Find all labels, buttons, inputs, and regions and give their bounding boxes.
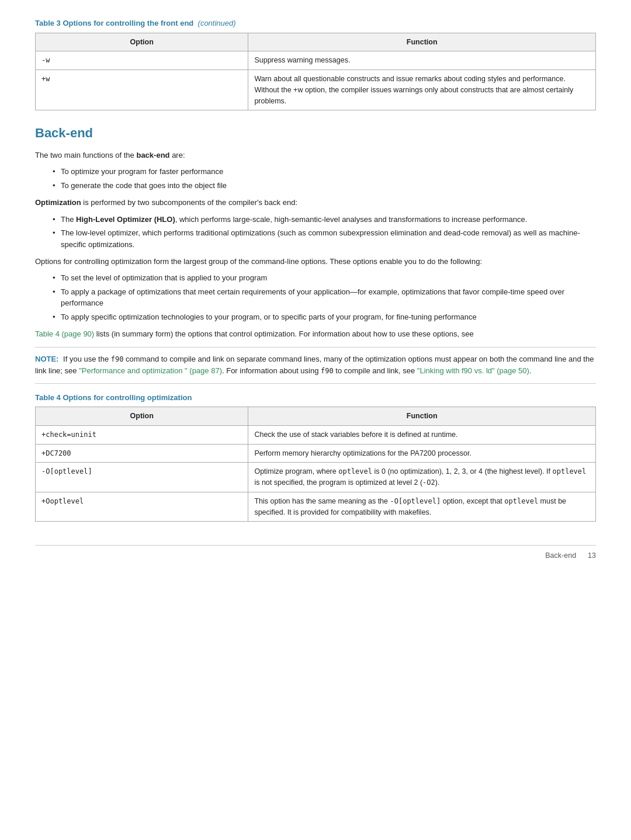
backend-bullets2: The High-Level Optimizer (HLO), which pe…: [53, 214, 596, 251]
backend-heading: Back-end: [35, 123, 596, 143]
note-label: NOTE:: [35, 355, 58, 363]
table3-section: Table 3 Options for controlling the fron…: [35, 18, 596, 110]
optimization-text: is performed by two subcomponents of the…: [81, 198, 297, 207]
list-item: The low-level optimizer, which performs …: [53, 227, 596, 250]
table4: Option Function +check=uninit Check the …: [35, 407, 596, 522]
optimization-intro: Optimization is performed by two subcomp…: [35, 197, 596, 209]
table3-title-text: Table 3 Options for controlling the fron…: [35, 19, 193, 27]
table-row: -w Suppress warning messages.: [36, 51, 596, 70]
table3-continued: (continued): [198, 19, 236, 27]
optimization-label: Optimization: [35, 198, 81, 207]
table4-ref-suffix: lists (in summary form) the options that…: [94, 329, 474, 338]
table4-col-function: Function: [248, 407, 596, 426]
table4-col-option: Option: [36, 407, 248, 426]
note-text-mid3: to compile and link, see: [334, 366, 417, 375]
note-block: NOTE: If you use the f90 command to comp…: [35, 347, 596, 383]
backend-intro: The two main functions of the back-end a…: [35, 150, 596, 161]
table3-title: Table 3 Options for controlling the fron…: [35, 18, 596, 29]
list-item: To apply specific optimization technolog…: [53, 311, 596, 323]
table4-row2-option: +DC7200: [36, 444, 248, 463]
table4-row4-function: This option has the same meaning as the …: [248, 492, 596, 522]
note-text-end: .: [529, 366, 532, 375]
list-item: To optimize your program for faster perf…: [53, 166, 596, 178]
table4-row3-option: -O[optlevel]: [36, 463, 248, 492]
options-para: Options for controlling optimization for…: [35, 256, 596, 268]
list-item: To generate the code that goes into the …: [53, 180, 596, 192]
table3: Option Function -w Suppress warning mess…: [35, 33, 596, 111]
page-footer: Back-end 13: [35, 545, 596, 561]
table3-row2-option: +w: [36, 70, 248, 110]
note-text-pre: If you use the: [61, 355, 110, 363]
list-item: The High-Level Optimizer (HLO), which pe…: [53, 214, 596, 225]
table4-title-text: Table 4 Options for controlling optimiza…: [35, 393, 192, 402]
table3-row1-function: Suppress warning messages.: [248, 51, 596, 70]
backend-bullets3: To set the level of optimization that is…: [53, 272, 596, 322]
table4-ref-para: Table 4 (page 90) lists (in summary form…: [35, 328, 596, 340]
table4-row2-function: Perform memory hierarchy optimizations f…: [248, 444, 596, 463]
footer-page-number: 13: [588, 550, 596, 561]
backend-bold: back-end: [136, 151, 169, 159]
note-code-f90-1: f90: [111, 355, 124, 363]
backend-bullets1: To optimize your program for faster perf…: [53, 166, 596, 191]
table-row: +check=uninit Check the use of stack var…: [36, 425, 596, 444]
table3-row2-function: Warn about all questionable constructs a…: [248, 70, 596, 110]
hlo-label: High-Level Optimizer (HLO): [76, 215, 175, 224]
table3-col-option: Option: [36, 33, 248, 51]
table4-title: Table 4 Options for controlling optimiza…: [35, 392, 596, 404]
table4-row1-option: +check=uninit: [36, 425, 248, 444]
table4-section: Table 4 Options for controlling optimiza…: [35, 392, 596, 522]
footer-section-name: Back-end: [545, 550, 576, 561]
note-code-f90-2: f90: [321, 367, 334, 375]
list-item: To apply a package of optimizations that…: [53, 286, 596, 309]
table-row: +DC7200 Perform memory hierarchy optimiz…: [36, 444, 596, 463]
note-text-mid2: . For information about using: [222, 366, 321, 375]
note-link-performance[interactable]: "Performance and optimization " (page 87…: [79, 366, 222, 375]
table3-col-function: Function: [248, 33, 596, 51]
table4-row1-function: Check the use of stack variables before …: [248, 425, 596, 444]
list-item: To set the level of optimization that is…: [53, 272, 596, 284]
table4-ref-link[interactable]: Table 4 (page 90): [35, 329, 94, 338]
table-row: +w Warn about all questionable construct…: [36, 70, 596, 110]
table-row: -O[optlevel] Optimize program, where opt…: [36, 463, 596, 492]
table4-row3-function: Optimize program, where optlevel is 0 (n…: [248, 463, 596, 492]
note-link-linking[interactable]: "Linking with f90 vs. ld" (page 50): [417, 366, 529, 375]
table3-row1-option: -w: [36, 51, 248, 70]
table-row: +Ooptlevel This option has the same mean…: [36, 492, 596, 522]
table4-row4-option: +Ooptlevel: [36, 492, 248, 522]
